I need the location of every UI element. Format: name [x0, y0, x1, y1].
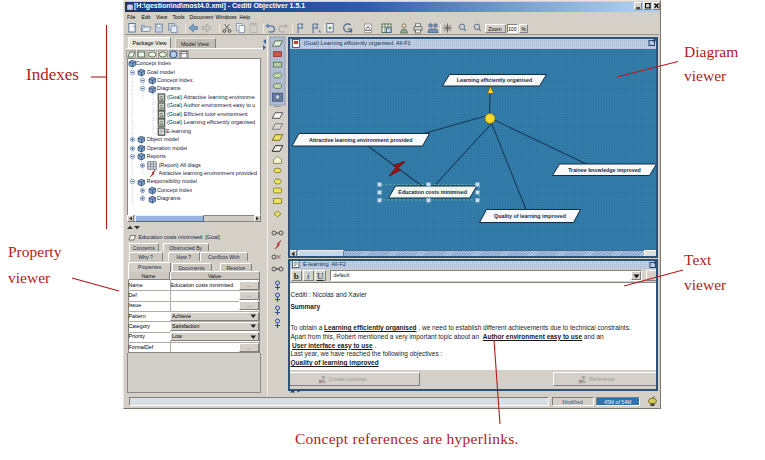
svg-text:Attractive learning environmen: Attractive learning environment provided: [309, 136, 413, 142]
svg-text:Learning efficiently organised: Learning efficiently organised: [457, 77, 532, 83]
svg-text:G: G: [160, 95, 164, 101]
svg-text:G: G: [160, 120, 164, 126]
svg-text:Trainee knowledge improved: Trainee knowledge improved: [568, 166, 641, 172]
svg-text:Education costs minimised: Education costs minimised: [398, 189, 467, 195]
svg-text:G: G: [160, 103, 164, 109]
svg-text:Quality of learning improved: Quality of learning improved: [494, 213, 566, 219]
svg-text:G: G: [160, 112, 164, 118]
